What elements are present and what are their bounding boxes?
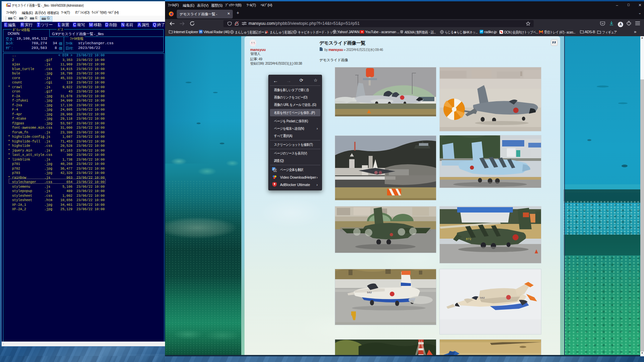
svg-text:502: 502 <box>367 291 372 294</box>
svg-text:文: 文 <box>274 169 276 172</box>
svg-text:072: 072 <box>466 238 471 241</box>
svg-text:502: 502 <box>480 296 485 299</box>
